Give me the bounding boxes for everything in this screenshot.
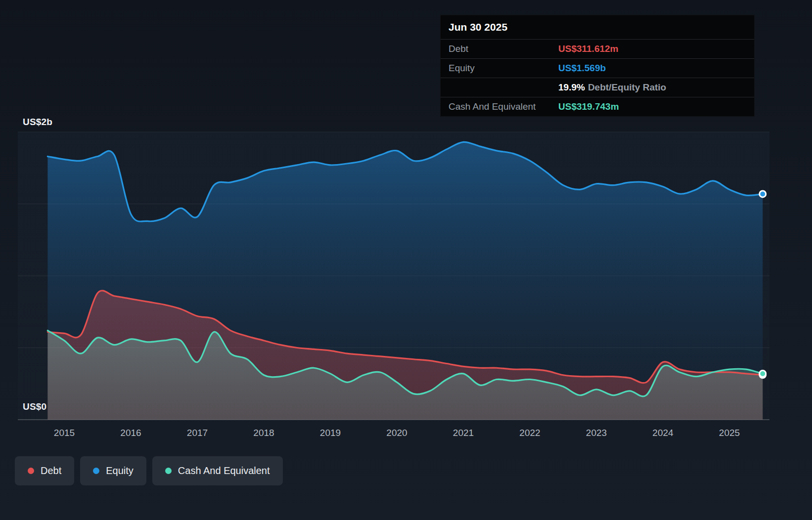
x-axis-label-2020: 2020 xyxy=(386,428,407,438)
x-axis-label-2016: 2016 xyxy=(120,428,141,438)
tooltip-ratio-value: 19.9%Debt/Equity Ratio xyxy=(558,82,666,93)
tooltip-equity-value: US$1.569b xyxy=(558,63,606,74)
equity-dot-icon xyxy=(93,468,99,474)
tooltip-cash-value: US$319.743m xyxy=(558,101,619,112)
x-axis-label-2018: 2018 xyxy=(253,428,274,438)
tooltip-cash-label: Cash And Equivalent xyxy=(449,101,558,112)
x-axis-label-2025: 2025 xyxy=(719,428,740,438)
tooltip-debt-value: US$311.612m xyxy=(558,43,619,54)
cash-dot-icon xyxy=(165,468,172,474)
x-axis-label-2019: 2019 xyxy=(320,428,341,438)
tooltip-debt-row: Debt US$311.612m xyxy=(441,39,754,58)
x-axis-label-2023: 2023 xyxy=(586,428,607,438)
ratio-percent: 19.9% xyxy=(558,82,585,92)
chart-legend: Debt Equity Cash And Equivalent xyxy=(15,456,283,485)
equity-end-dot xyxy=(760,191,766,197)
ratio-label: Debt/Equity Ratio xyxy=(588,82,666,92)
legend-item-cash[interactable]: Cash And Equivalent xyxy=(152,456,283,485)
tooltip-debt-label: Debt xyxy=(449,43,558,54)
chart-tooltip: Jun 30 2025 Debt US$311.612m Equity US$1… xyxy=(440,15,755,117)
cash-and-equivalent-end-dot xyxy=(760,370,766,377)
legend-item-equity[interactable]: Equity xyxy=(80,456,146,485)
legend-cash-label: Cash And Equivalent xyxy=(178,465,270,477)
tooltip-cash-row: Cash And Equivalent US$319.743m xyxy=(441,97,754,116)
legend-equity-label: Equity xyxy=(106,465,134,477)
tooltip-ratio-row: 19.9%Debt/Equity Ratio xyxy=(441,78,754,97)
legend-debt-label: Debt xyxy=(41,465,61,477)
x-axis-label-2022: 2022 xyxy=(519,428,540,438)
tooltip-date: Jun 30 2025 xyxy=(441,15,754,39)
x-axis-label-2021: 2021 xyxy=(453,428,474,438)
x-axis-label-2015: 2015 xyxy=(54,428,75,438)
legend-item-debt[interactable]: Debt xyxy=(15,456,74,485)
debt-dot-icon xyxy=(28,468,34,474)
x-axis-label-2024: 2024 xyxy=(652,428,674,438)
x-axis-label-2017: 2017 xyxy=(187,428,208,438)
tooltip-equity-row: Equity US$1.569b xyxy=(441,58,754,78)
tooltip-equity-label: Equity xyxy=(449,63,558,74)
debt-equity-chart-page: US$2b US$0 20152016201720182019202020212… xyxy=(0,0,812,520)
